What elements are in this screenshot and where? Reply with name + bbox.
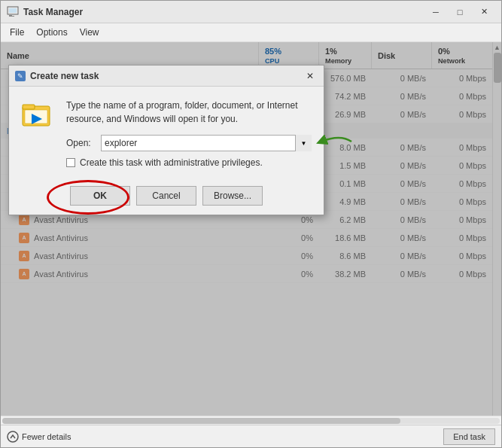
bottom-bar: Fewer details End task: [1, 425, 501, 447]
h-scrollbar-thumb[interactable]: [2, 418, 400, 424]
admin-checkbox-row: Create this task with administrative pri…: [66, 157, 312, 168]
menu-options[interactable]: Options: [30, 25, 73, 40]
task-manager-icon: [7, 6, 19, 18]
close-button[interactable]: ✕: [473, 5, 495, 20]
modal-icon: ✎: [15, 71, 26, 81]
menu-view[interactable]: View: [74, 25, 105, 40]
modal-title: Create new task: [30, 71, 298, 81]
modal-description: Type the name of a program, folder, docu…: [66, 99, 312, 126]
window-controls: ─ □ ✕: [424, 5, 495, 20]
modal-content: Type the name of a program, folder, docu…: [66, 99, 312, 168]
open-row: Open: ▼: [66, 135, 312, 151]
browse-button[interactable]: Browse...: [202, 186, 263, 206]
svg-rect-3: [11, 16, 14, 17]
modal-close-button[interactable]: ✕: [303, 69, 318, 83]
minimize-button[interactable]: ─: [424, 5, 447, 20]
title-bar: Task Manager ─ □ ✕: [1, 1, 501, 23]
green-arrow-annotation: [314, 130, 355, 153]
task-manager-window: Task Manager ─ □ ✕ File Options View Nam…: [0, 0, 502, 448]
modal-title-bar: ✎ Create new task ✕: [9, 66, 324, 87]
open-input[interactable]: [101, 135, 312, 151]
modal-icon-area: [21, 99, 57, 168]
admin-label: Create this task with administrative pri…: [80, 157, 263, 168]
ok-button[interactable]: OK: [70, 186, 130, 206]
dropdown-button[interactable]: ▼: [295, 135, 312, 151]
h-scrollbar-track[interactable]: [2, 418, 500, 424]
menu-bar: File Options View: [1, 23, 501, 42]
cancel-button[interactable]: Cancel: [136, 186, 196, 206]
fewer-details-button[interactable]: Fewer details: [7, 431, 71, 443]
modal-overlay: ✎ Create new task ✕: [1, 42, 501, 416]
content-area: Name 85%CPU 1%Memory Disk 0%Network: [1, 42, 501, 416]
open-label: Open:: [66, 138, 95, 148]
svg-rect-1: [9, 8, 17, 13]
maximize-button[interactable]: □: [449, 5, 471, 20]
window-title: Task Manager: [23, 7, 420, 17]
menu-file[interactable]: File: [4, 25, 30, 40]
admin-checkbox[interactable]: [66, 158, 75, 167]
create-new-task-dialog: ✎ Create new task ✕: [8, 65, 324, 215]
svg-rect-5: [23, 105, 35, 109]
svg-point-9: [8, 431, 18, 442]
modal-footer: OK Cancel Browse...: [9, 180, 324, 215]
horizontal-scrollbar[interactable]: [1, 416, 501, 425]
modal-body: Type the name of a program, folder, docu…: [9, 87, 324, 180]
chevron-up-icon: [7, 431, 19, 443]
run-icon: [21, 99, 51, 129]
end-task-button[interactable]: End task: [443, 428, 495, 445]
open-input-container: ▼: [101, 135, 312, 151]
